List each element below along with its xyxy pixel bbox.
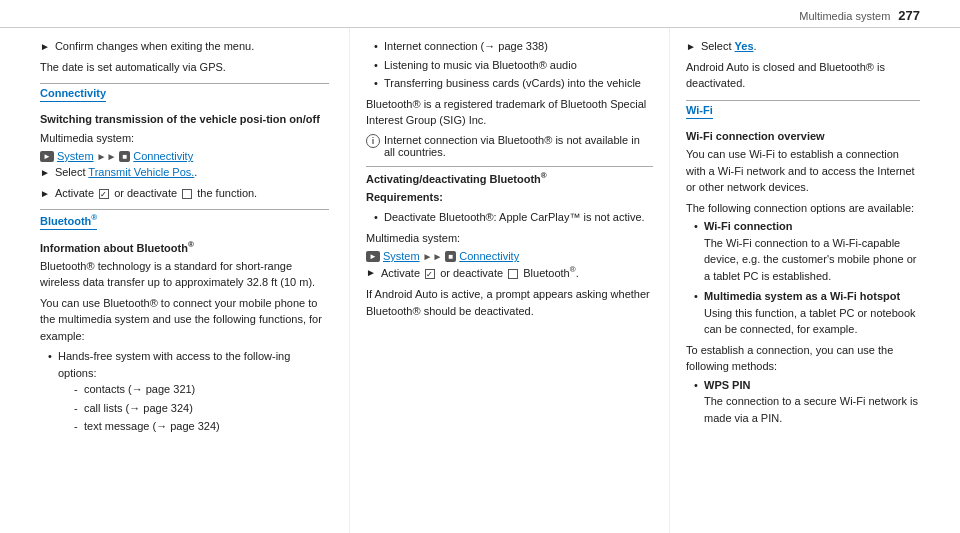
mid-item-3: Transferring business cards (vCards) int… [374,75,653,92]
nav-arrow-2: ►► [423,251,443,262]
connectivity-divider [40,83,329,84]
nav-path-1: ► System ►► ■ Connectivity [40,150,329,162]
bluetooth-divider [40,209,329,210]
bt-p1: Bluetooth® technology is a standard for … [40,258,329,291]
wifi-intro: You can use Wi-Fi to establish a connect… [686,146,920,196]
wifi-options-list: Wi-Fi connection The Wi-Fi connection to… [686,218,920,338]
bt-dash-list: contacts (→ page 321) call lists (→ page… [58,381,329,435]
col-middle: Internet connection (→ page 338) Listeni… [350,28,670,533]
req-item: Deactivate Bluetooth®: Apple CarPlay™ is… [374,209,653,226]
checkbox-checked-1 [99,189,109,199]
col-right: ► Select Yes. Android Auto is closed and… [670,28,920,533]
bluetooth-section: Bluetooth® Information about Bluetooth® … [40,209,329,435]
mid-item-2: Listening to music via Bluetooth® audio [374,57,653,74]
req-list: Deactivate Bluetooth®: Apple CarPlay™ is… [366,209,653,226]
arrow-icon-1: ► [40,39,50,54]
checkbox-unchecked-2 [508,269,518,279]
system-link-1[interactable]: System [57,150,94,162]
hotspot-title: Multimedia system as a Wi-Fi hotspot [704,290,900,302]
wifi-connection-title: Wi-Fi connection [704,220,793,232]
arrow-icon-2: ► [40,165,50,180]
switching-title: Switching transmission of the vehicle po… [40,111,329,128]
transmit-link[interactable]: Transmit Vehicle Pos. [88,166,194,178]
wps-item: WPS PIN The connection to a secure Wi-Fi… [694,377,920,427]
middle-bullet-list: Internet connection (→ page 338) Listeni… [366,38,653,92]
checkbox-checked-2 [425,269,435,279]
header-page: 277 [898,8,920,23]
bt-dash-2: call lists (→ page 324) [74,400,329,417]
info-note: Internet connection via Bluetooth® is no… [384,134,653,158]
wps-desc: The connection to a secure Wi-Fi network… [704,395,918,424]
wifi-title: Wi-Fi [686,104,713,119]
info-row: i Internet connection via Bluetooth® is … [366,134,653,158]
page: Multimedia system 277 ► Confirm changes … [0,0,960,533]
trademark-note: Bluetooth® is a registered trademark of … [366,96,653,129]
intro-block: ► Confirm changes when exiting the menu.… [40,38,329,75]
android-deactivated-note: Android Auto is closed and Bluetooth® is… [686,59,920,92]
hotspot-item: Multimedia system as a Wi-Fi hotspot Usi… [694,288,920,338]
step-activate: ► Activate or deactivate the function. [40,185,329,202]
activating-title: Activating/deactivating Bluetooth® [366,170,653,187]
requirements-label: Requirements: [366,189,653,206]
connectivity-icon-2: ■ [445,251,456,262]
connectivity-section: Connectivity Switching transmission of t… [40,83,329,201]
wifi-overview-title: Wi-Fi connection overview [686,128,920,145]
bluetooth-title: Bluetooth® [40,213,97,230]
connectivity-title: Connectivity [40,87,106,102]
activating-section: Activating/deactivating Bluetooth® Requi… [366,166,653,320]
content-area: ► Confirm changes when exiting the menu.… [0,28,960,533]
multimedia-label-2: Multimedia system: [366,230,653,247]
system-icon-2: ► [366,251,380,262]
intro-line-2: The date is set automatically via GPS. [40,59,329,76]
activating-divider [366,166,653,167]
page-header: Multimedia system 277 [0,0,960,28]
options-label: The following connection options are ava… [686,200,920,217]
wps-title: WPS PIN [704,379,750,391]
bt-hands-free: Hands-free system with access to the fol… [48,348,329,435]
multimedia-label-1: Multimedia system: [40,130,329,147]
connectivity-link-1[interactable]: Connectivity [133,150,193,162]
hotspot-desc: Using this function, a tablet PC or note… [704,307,916,336]
connectivity-icon-1: ■ [119,151,130,162]
bt-dash-3: text message (→ page 324) [74,418,329,435]
wifi-divider [686,100,920,101]
wifi-section: Wi-Fi Wi-Fi connection overview You can … [686,100,920,427]
header-title: Multimedia system [799,10,890,22]
bt-dash-1: contacts (→ page 321) [74,381,329,398]
step-transmit: ► Select Transmit Vehicle Pos.. [40,164,329,181]
step-bt-activate: ► Activate or deactivate Bluetooth®. [366,264,653,281]
arrow-icon-4: ► [366,265,376,280]
mid-item-1: Internet connection (→ page 338) [374,38,653,55]
col-left: ► Confirm changes when exiting the menu.… [40,28,350,533]
nav-path-2: ► System ►► ■ Connectivity [366,250,653,262]
methods-intro: To establish a connection, you can use t… [686,342,920,375]
select-yes: ► Select Yes. [686,38,920,55]
bt-p2: You can use Bluetooth® to connect your m… [40,295,329,345]
arrow-icon-5: ► [686,39,696,54]
arrow-icon-3: ► [40,186,50,201]
nav-arrow-1: ►► [97,151,117,162]
system-link-2[interactable]: System [383,250,420,262]
checkbox-unchecked-1 [182,189,192,199]
yes-text: Yes [735,40,754,52]
connectivity-link-2[interactable]: Connectivity [459,250,519,262]
info-icon: i [366,134,380,148]
methods-list: WPS PIN The connection to a secure Wi-Fi… [686,377,920,427]
wifi-connection-desc: The Wi-Fi connection to a Wi-Fi-capable … [704,237,916,282]
bt-info-title: Information about Bluetooth® [40,239,329,256]
intro-line-1: ► Confirm changes when exiting the menu. [40,38,329,55]
android-note: If Android Auto is active, a prompt appe… [366,286,653,319]
bt-bullet-list: Hands-free system with access to the fol… [40,348,329,435]
system-icon-1: ► [40,151,54,162]
wifi-connection-item: Wi-Fi connection The Wi-Fi connection to… [694,218,920,284]
